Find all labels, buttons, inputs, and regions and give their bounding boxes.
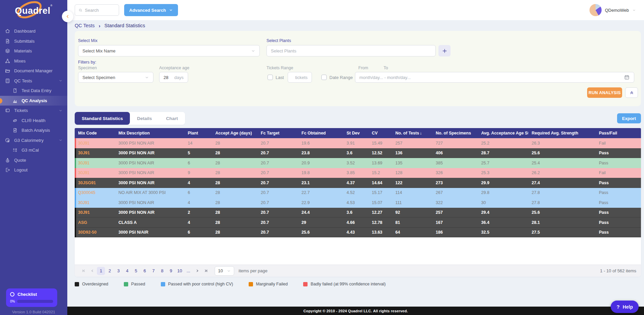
page-button-4[interactable]: 4 [123, 267, 131, 275]
cell-avg_acceptance_age_strength: 28.7 [478, 151, 528, 155]
page-button-8[interactable]: 8 [158, 267, 166, 275]
sidebar-item-label: Mixes [14, 58, 26, 64]
specimen-select[interactable]: Select Specimen [78, 72, 153, 83]
sidebar-item-batch-analysis[interactable]: Batch Analysis [0, 125, 67, 135]
run-analysis-button[interactable]: RUN ANALYSIS [587, 87, 622, 98]
checklist-title: Checklist [17, 292, 37, 297]
tab-chart[interactable]: Chart [159, 112, 185, 125]
health-icon [12, 118, 18, 123]
cell-specimens: 406 [432, 151, 478, 155]
next-page-button[interactable] [193, 267, 201, 275]
table-row[interactable]: 30D92-503000 PSI N/AIR62820.725.64.4313.… [75, 228, 641, 238]
table-row[interactable]: 30J913000 PSI NON AIR42820.722.94.5315.0… [75, 198, 641, 208]
collapse-filters-button[interactable] [625, 87, 638, 98]
mix-select[interactable]: Select Mix Name [78, 45, 260, 56]
sidebar-item-cli-health[interactable]: CLI® Health [0, 116, 67, 126]
sidebar-item-dashboard[interactable]: Dashboard [0, 26, 67, 36]
column-header[interactable]: No. of Specimens [432, 131, 478, 135]
mix-code-cell: 30J91 [75, 151, 115, 155]
date-range-checkbox[interactable] [321, 75, 327, 80]
user-menu[interactable]: QDemoWeb [589, 4, 636, 16]
select-mix-label: Select Mix [78, 38, 98, 43]
table-row[interactable]: 30J913000 PSI NON AIR142820.719.63.9115.… [75, 138, 641, 148]
date-range-checkbox-group: Date Range [321, 75, 353, 80]
add-plants-button[interactable] [438, 45, 451, 56]
table-row[interactable]: 30JSG913000 PSI NON AIR42820.723.14.3714… [75, 178, 641, 188]
checklist-widget[interactable]: Checklist 0% [6, 288, 57, 307]
acceptance-age-input[interactable] [164, 75, 172, 80]
sidebar-item-test-data-entry[interactable]: Test Data Entry [0, 86, 67, 96]
sidebar-collapse-button[interactable] [62, 11, 73, 22]
page-button-1[interactable]: 1 [97, 267, 105, 275]
cell-plant: 6 [184, 190, 212, 195]
table-row[interactable]: ASGCLASS A42820.7294.6612.788116736.428.… [75, 218, 641, 228]
table-row[interactable]: 30J913000 PSI NON AIR62820.720.93.5213.6… [75, 158, 641, 168]
sort-desc-icon: ↓ [420, 131, 422, 135]
table-row[interactable]: 30J913000 PSI NON AIR92820.719.83.8515.2… [75, 168, 641, 178]
column-header[interactable]: Required Avg. Strength [528, 131, 596, 135]
cell-accept_age: 28 [212, 161, 257, 165]
tab-standard-statistics[interactable]: Standard Statistics [75, 112, 130, 125]
column-header[interactable]: Mix Description [115, 131, 184, 135]
cell-fc_obtained: 23.1 [298, 181, 343, 185]
sidebar-item-qc-tests[interactable]: QC Tests [0, 76, 67, 86]
tab-details[interactable]: Details [130, 112, 159, 125]
column-header[interactable]: CV [368, 131, 392, 135]
page-button-6[interactable]: 6 [141, 267, 149, 275]
column-header[interactable]: No. of Tests↓ [392, 131, 432, 135]
search-input[interactable] [85, 8, 115, 13]
column-header[interactable]: Fc Obtained [298, 131, 343, 135]
table-row[interactable]: Q300045NO AIR MIX AT 3000 PSI62820.722.7… [75, 188, 641, 198]
column-header[interactable]: Fc Target [257, 131, 298, 135]
page-button-3[interactable]: 3 [114, 267, 122, 275]
page-button-7[interactable]: 7 [149, 267, 157, 275]
breadcrumb-current-page: Standard Statistics [104, 23, 145, 28]
column-header[interactable]: Avg. Acceptance Age Strength [478, 131, 528, 135]
column-header[interactable]: Accept Age (days) [212, 131, 257, 135]
page-button-5[interactable]: 5 [132, 267, 140, 275]
page-button-9[interactable]: 9 [167, 267, 175, 275]
table-row[interactable]: 30J913000 PSI NON AIR52820.723.83.612.52… [75, 148, 641, 158]
table-row[interactable]: 30J913000 PSI NON AIR22820.724.43.612.27… [75, 208, 641, 218]
column-header[interactable]: Mix Code [75, 131, 115, 135]
sidebar-item-logout[interactable]: Logout [0, 165, 67, 175]
chevron-down-icon [632, 8, 636, 12]
plants-input[interactable] [271, 48, 431, 53]
sidebar-item-submittals[interactable]: Submittals [0, 36, 67, 46]
cell-specimens: 322 [432, 200, 478, 205]
sidebar-item-g3-calorimetry[interactable]: G3 Calorimetry [0, 135, 67, 146]
sidebar-item-g3-mcal[interactable]: G3 mCal [0, 145, 67, 155]
sidebar-item-materials[interactable]: Materials [0, 46, 67, 56]
page-button-10[interactable]: 10 [176, 267, 184, 275]
sidebar-item-mixes[interactable]: Mixes [0, 56, 67, 66]
column-header[interactable]: Pass/Fail [596, 131, 641, 135]
breadcrumb-section[interactable]: QC Tests [75, 23, 95, 28]
date-range-input[interactable]: month/day... - month/day... [355, 72, 634, 83]
cell-fc_target: 20.7 [257, 190, 298, 195]
cell-description: 3000 PSI NON AIR [115, 161, 184, 165]
cell-plant: 14 [184, 141, 212, 146]
last-page-button[interactable] [202, 267, 210, 275]
legend-swatch [75, 282, 79, 286]
cell-st_dev: 3.85 [343, 170, 368, 175]
calendar-icon[interactable] [624, 74, 630, 80]
help-button[interactable]: ? Help [611, 301, 639, 313]
cell-fc_obtained: 24.4 [298, 210, 343, 215]
column-header[interactable]: Plant [184, 131, 212, 135]
previous-page-button[interactable] [88, 267, 96, 275]
last-checkbox[interactable] [267, 75, 273, 80]
items-per-page-select[interactable]: 10 [215, 266, 234, 276]
advanced-search-button[interactable]: Advanced Search [124, 4, 178, 16]
column-header[interactable]: St Dev [343, 131, 368, 135]
items-per-page-label: items per page [239, 268, 267, 273]
page-button-2[interactable]: 2 [106, 267, 114, 275]
sidebar-item-qc-analysis[interactable]: QC Analysis [0, 96, 67, 106]
sidebar-item-quote[interactable]: Quote [0, 155, 67, 165]
sidebar-item-tickets[interactable]: Tickets [0, 106, 67, 116]
export-button[interactable]: Export [617, 113, 641, 123]
sidebar-item-document-manager[interactable]: Document Manager [0, 66, 67, 76]
chevron-down-icon [227, 269, 231, 273]
first-page-button[interactable] [79, 267, 87, 275]
tickets-count-input[interactable] [292, 75, 308, 80]
legend-swatch [303, 282, 308, 286]
